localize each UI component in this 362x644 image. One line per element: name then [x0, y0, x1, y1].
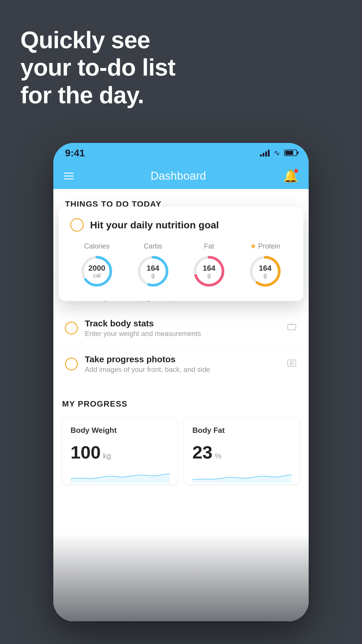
notification-button[interactable]: 🔔: [283, 169, 298, 183]
protein-label: Protein: [258, 242, 280, 250]
body-stats-text: Track body stats Enter your weight and m…: [85, 318, 280, 338]
photos-checkbox[interactable]: [65, 358, 78, 370]
calories-ring: 2000 cal: [80, 254, 114, 288]
body-stats-title: Track body stats: [85, 318, 280, 328]
body-weight-unit: kg: [103, 452, 111, 461]
headline-line3: for the day.: [20, 82, 144, 108]
fat-ring: 164 g: [192, 254, 226, 288]
svg-point-13: [291, 363, 292, 364]
battery-icon: [284, 150, 297, 156]
wifi-icon: ∿: [274, 148, 280, 158]
todo-item-photos[interactable]: Take progress photos Add images of your …: [53, 346, 309, 382]
protein-ring: 164 g: [248, 254, 282, 288]
progress-section-title: MY PROGRESS: [62, 399, 300, 409]
body-stats-subtitle: Enter your weight and measurements: [85, 330, 280, 338]
nutrition-card-title: Hit your daily nutrition goal: [90, 219, 219, 231]
phone-content: THINGS TO DO TODAY Hit your daily nutrit…: [53, 189, 309, 621]
status-time: 9:41: [65, 147, 85, 159]
nutrition-card: Hit your daily nutrition goal Calories 2…: [59, 206, 303, 301]
headline-line2: your to-do list: [20, 54, 175, 80]
body-fat-card-title: Body Fat: [192, 426, 291, 435]
calories-unit: cal: [88, 272, 105, 279]
carbs-unit: g: [147, 272, 159, 279]
svg-rect-10: [288, 325, 296, 330]
body-fat-value: 23: [192, 442, 212, 463]
header-title: Dashboard: [151, 170, 206, 182]
calories-label: Calories: [84, 242, 110, 250]
nutrition-grid: Calories 2000 cal Carbs: [70, 242, 292, 288]
nutrition-protein: ★ Protein 164 g: [248, 242, 282, 288]
fat-unit: g: [203, 272, 215, 279]
body-stats-checkbox[interactable]: [65, 322, 78, 335]
carbs-label: Carbs: [144, 242, 162, 250]
notification-badge: [294, 169, 298, 173]
headline-line1: Quickly see: [20, 27, 150, 53]
photos-text: Take progress photos Add images of your …: [85, 354, 280, 374]
photos-icon: [287, 358, 297, 371]
menu-button[interactable]: [64, 173, 74, 179]
nutrition-calories: Calories 2000 cal: [80, 242, 114, 288]
headline: Quickly see your to-do list for the day.: [20, 26, 175, 109]
protein-value: 164: [259, 264, 271, 273]
carbs-value: 164: [147, 264, 159, 273]
photos-title: Take progress photos: [85, 354, 280, 364]
protein-unit: g: [259, 272, 271, 279]
fat-value: 164: [203, 264, 215, 273]
body-fat-chart: [192, 468, 291, 483]
fat-label: Fat: [204, 242, 214, 250]
todo-item-body-stats[interactable]: Track body stats Enter your weight and m…: [53, 310, 309, 346]
body-fat-unit: %: [215, 452, 222, 461]
status-icons: ∿: [260, 148, 297, 158]
body-weight-value: 100: [71, 442, 101, 463]
protein-star-icon: ★: [250, 242, 256, 250]
signal-icon: [260, 149, 270, 157]
progress-section: MY PROGRESS Body Weight 100 kg: [53, 388, 309, 493]
status-bar: 9:41 ∿: [53, 143, 309, 163]
photos-subtitle: Add images of your front, back, and side: [85, 365, 280, 374]
bottom-shadow: [53, 534, 309, 621]
progress-cards: Body Weight 100 kg Body Fat 23 %: [62, 417, 300, 484]
body-fat-card: Body Fat 23 %: [184, 417, 300, 484]
app-header: Dashboard 🔔: [53, 163, 309, 189]
body-weight-chart: [71, 468, 170, 483]
nutrition-goal-checkbox[interactable]: [70, 218, 84, 232]
body-weight-card: Body Weight 100 kg: [62, 417, 178, 484]
carbs-ring: 164 g: [136, 254, 170, 288]
body-stats-icon: [287, 322, 297, 335]
phone-mockup: 9:41 ∿ Dashboard 🔔 THINGS TO DO TODAY: [53, 143, 309, 621]
protein-label-row: ★ Protein: [250, 242, 280, 250]
nutrition-carbs: Carbs 164 g: [136, 242, 170, 288]
nutrition-fat: Fat 164 g: [192, 242, 226, 288]
body-weight-card-title: Body Weight: [71, 426, 170, 435]
calories-value: 2000: [88, 264, 105, 273]
